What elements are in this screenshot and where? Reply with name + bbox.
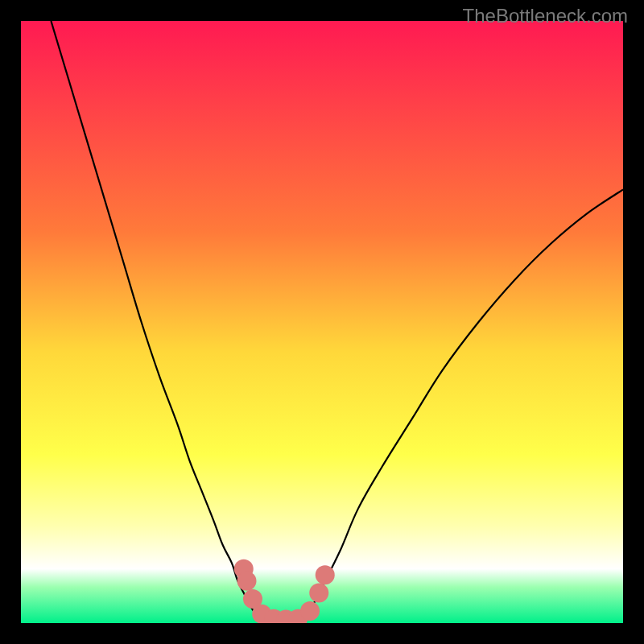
- watermark-text: TheBottleneck.com: [463, 5, 628, 27]
- highlight-point: [237, 572, 257, 591]
- chart-background-gradient: [21, 21, 623, 623]
- highlight-point: [300, 601, 320, 621]
- chart-frame: [21, 21, 623, 623]
- bottleneck-chart: [21, 21, 623, 623]
- highlight-point: [309, 584, 328, 603]
- highlight-point: [316, 565, 335, 584]
